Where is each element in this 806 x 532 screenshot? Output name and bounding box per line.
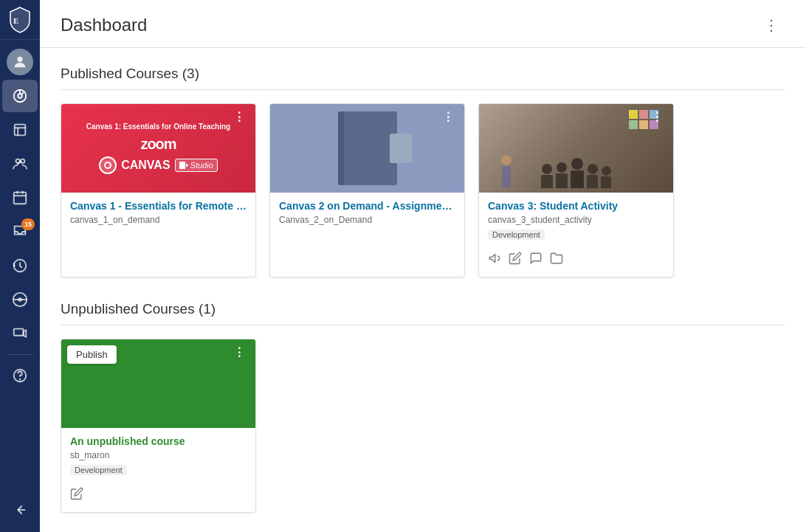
card-3-menu-button[interactable]: ⋮: [648, 110, 667, 125]
page-header: Dashboard ⋮: [40, 0, 806, 48]
svg-marker-24: [186, 163, 188, 167]
published-courses-title: Published Courses (3): [61, 66, 785, 90]
course-card-1-subtitle: canvas_1_on_demand: [70, 215, 247, 225]
svg-marker-19: [24, 330, 27, 336]
chat-icon: [529, 252, 542, 265]
course-card-unpub-image: Publish ⋮: [61, 339, 255, 428]
person-5: [601, 166, 611, 188]
course-card-3-badge: Development: [488, 229, 545, 240]
studio-text: Studio: [190, 161, 213, 170]
course-card-unpub-title[interactable]: An unpublished course: [70, 435, 247, 447]
help-icon: [12, 367, 28, 384]
card-1-brands: zoom: [140, 136, 176, 153]
folder-action-icon[interactable]: [550, 252, 563, 268]
course-card-1-title[interactable]: Canvas 1 - Essentials for Remote T...: [70, 200, 247, 212]
header-menu-button[interactable]: ⋮: [758, 13, 785, 37]
course-card-2-subtitle: Canvas_2_on_Demand: [279, 215, 455, 225]
dashboard-icon: [12, 88, 28, 104]
user-avatar: [7, 49, 33, 75]
history-icon: [12, 258, 28, 274]
edit-action-icon[interactable]: [509, 252, 522, 268]
folder-icon: [550, 252, 563, 265]
collapse-icon: [12, 502, 28, 518]
sidebar-nav: 15: [0, 43, 40, 532]
course-card-2-title[interactable]: Canvas 2 on Demand - Assignmen...: [279, 200, 455, 212]
svg-point-10: [21, 159, 24, 164]
zoom-text: zoom: [140, 136, 176, 153]
unpub-edit-icon: [70, 487, 83, 500]
course-card-3: ⋮ Canvas 3: Student Activity canvas_3_st…: [478, 103, 674, 277]
spiral-dot-2: [334, 128, 338, 132]
chat-action-icon[interactable]: [529, 252, 542, 268]
sidebar-item-courses[interactable]: [2, 114, 38, 146]
canvas-label: CANVAS: [121, 159, 170, 172]
canvas-inner-dot: [104, 162, 111, 169]
course-card-3-image: ⋮: [479, 104, 673, 193]
spiral-dot-4: [334, 145, 338, 150]
people-silhouettes: [541, 158, 611, 188]
course-card-unpub-badge: Development: [70, 465, 127, 475]
sidebar-item-dashboard[interactable]: [2, 80, 38, 112]
svg-point-21: [20, 379, 21, 380]
unpub-edit-action-icon[interactable]: [70, 487, 83, 503]
unpublished-courses-grid: Publish ⋮ An unpublished course sb_maron…: [61, 339, 785, 513]
person-1: [541, 164, 553, 188]
spiral-dot-3: [334, 137, 338, 141]
commons-icon: [12, 291, 28, 308]
publish-button[interactable]: Publish: [67, 345, 117, 364]
spiral-dot-1: [334, 119, 338, 123]
pen-mock: [390, 134, 412, 163]
sidebar-item-collapse[interactable]: [2, 497, 38, 529]
emory-logo-icon: E: [8, 6, 32, 34]
unpublished-courses-title: Unpublished Courses (1): [61, 301, 785, 325]
course-card-1-body: Canvas 1 - Essentials for Remote T... ca…: [61, 193, 255, 236]
card-1-canvas-area: CANVAS Studio: [99, 156, 218, 174]
megaphone-action-icon[interactable]: [488, 252, 501, 268]
megaphone-icon: [488, 252, 501, 265]
course-card-unpublished-1: Publish ⋮ An unpublished course sb_maron…: [61, 339, 256, 513]
courses-icon: [12, 122, 28, 138]
sidebar-item-help[interactable]: [2, 359, 38, 392]
person-4: [587, 164, 598, 188]
user-icon: [12, 54, 28, 70]
canvas-dot-icon: [99, 156, 117, 174]
sidebar-item-commons[interactable]: [2, 283, 38, 316]
course-card-3-body: Canvas 3: Student Activity canvas_3_stud…: [479, 193, 673, 277]
course-card-3-subtitle: canvas_3_student_activity: [488, 215, 664, 225]
svg-text:E: E: [13, 16, 18, 25]
sidebar-item-history[interactable]: [2, 249, 38, 282]
course-card-unpub-body: An unpublished course sb_maron Developme…: [61, 428, 255, 512]
presenter: [501, 155, 512, 188]
course-card-3-actions: [488, 252, 664, 268]
card-1-content: Canvas 1: Essentials for Online Teaching…: [80, 117, 236, 180]
sidebar-item-user[interactable]: [2, 46, 38, 78]
notebook-mock: [338, 111, 397, 185]
sidebar-item-studio[interactable]: [2, 317, 38, 350]
svg-point-1: [17, 57, 22, 62]
course-card-1: Canvas 1: Essentials for Online Teaching…: [61, 103, 256, 277]
sidebar-item-calendar[interactable]: [2, 182, 38, 214]
svg-line-5: [21, 92, 24, 94]
course-card-unpub-actions: [70, 487, 247, 503]
calendar-icon: [12, 190, 28, 206]
studio-badge: Studio: [175, 159, 218, 172]
course-card-3-title[interactable]: Canvas 3: Student Activity: [488, 200, 664, 212]
sidebar-item-groups[interactable]: [2, 148, 38, 180]
course-card-2-body: Canvas 2 on Demand - Assignmen... Canvas…: [270, 193, 464, 236]
notebook-spiral: [334, 119, 338, 159]
card-1-menu-button[interactable]: ⋮: [230, 110, 249, 125]
studio-icon: [12, 325, 28, 342]
unpub-card-menu-button[interactable]: ⋮: [230, 345, 249, 360]
play-icon: [179, 162, 188, 169]
page-title: Dashboard: [61, 15, 147, 35]
svg-rect-18: [14, 329, 24, 336]
spiral-dot-5: [334, 154, 338, 159]
svg-rect-11: [14, 193, 27, 204]
sidebar: E: [0, 0, 40, 532]
sidebar-item-inbox[interactable]: 15: [2, 215, 38, 248]
main-content: Dashboard ⋮ Published Courses (3) Canvas…: [40, 0, 806, 532]
card-2-menu-button[interactable]: ⋮: [439, 110, 458, 125]
course-card-1-image: Canvas 1: Essentials for Online Teaching…: [61, 104, 255, 193]
meeting-bg: [479, 104, 673, 193]
svg-rect-23: [179, 162, 185, 169]
